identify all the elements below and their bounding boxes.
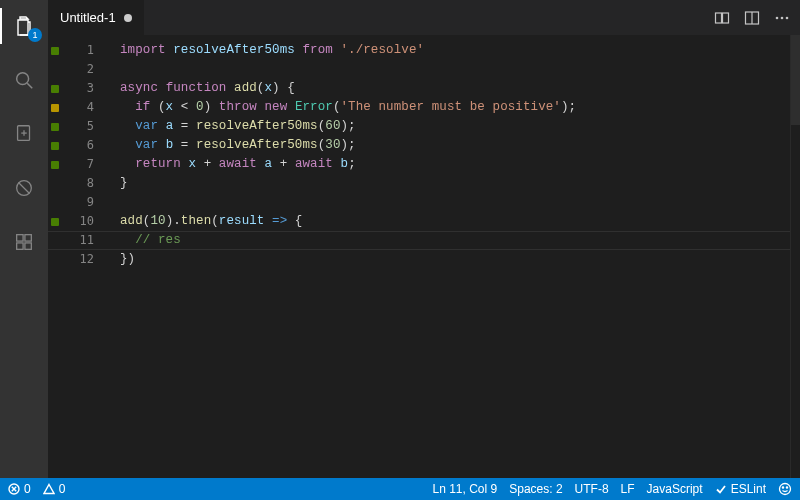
svg-point-0 — [17, 73, 29, 85]
code-content[interactable]: import resolveAfter50ms from './resolve'… — [102, 35, 790, 478]
code-line[interactable] — [120, 60, 790, 79]
debug-icon[interactable] — [0, 170, 48, 206]
code-line[interactable]: add(10).then(result => { — [120, 212, 790, 231]
svg-rect-12 — [723, 13, 729, 23]
gutter-decorations — [48, 35, 62, 478]
tab-bar: Untitled-1 — [48, 0, 800, 35]
source-control-icon[interactable] — [0, 116, 48, 152]
svg-point-22 — [782, 487, 783, 488]
code-line[interactable]: // res — [120, 231, 790, 250]
more-actions-icon[interactable] — [774, 10, 790, 26]
svg-line-1 — [27, 83, 32, 88]
svg-point-16 — [781, 16, 784, 19]
explorer-badge: 1 — [28, 28, 42, 42]
svg-point-15 — [776, 16, 779, 19]
status-errors[interactable]: 0 — [8, 482, 31, 496]
code-line[interactable]: }) — [120, 250, 790, 269]
code-line[interactable]: import resolveAfter50ms from './resolve' — [120, 41, 790, 60]
status-indent[interactable]: Spaces: 2 — [509, 482, 562, 496]
svg-point-23 — [786, 487, 787, 488]
code-editor[interactable]: 123456789101112 import resolveAfter50ms … — [48, 35, 800, 478]
dirty-indicator-icon — [124, 14, 132, 22]
code-line[interactable] — [120, 193, 790, 212]
code-line[interactable]: return x + await a + await b; — [120, 155, 790, 174]
tab-untitled-1[interactable]: Untitled-1 — [48, 0, 145, 35]
extensions-icon[interactable] — [0, 224, 48, 260]
split-editor-icon[interactable] — [744, 10, 760, 26]
warning-icon — [43, 483, 55, 495]
status-eol[interactable]: LF — [621, 482, 635, 496]
compare-changes-icon[interactable] — [714, 10, 730, 26]
status-warnings-count: 0 — [59, 482, 66, 496]
svg-rect-8 — [17, 243, 23, 249]
status-warnings[interactable]: 0 — [43, 482, 66, 496]
tab-title: Untitled-1 — [60, 10, 116, 25]
check-icon — [715, 483, 727, 495]
svg-point-21 — [780, 484, 791, 495]
svg-rect-11 — [716, 13, 722, 23]
activity-bar: 1 — [0, 0, 48, 478]
editor-group: Untitled-1 123456789101112 import resolv… — [48, 0, 800, 478]
svg-rect-9 — [25, 243, 31, 249]
editor-actions — [704, 0, 800, 35]
smiley-icon — [778, 482, 792, 496]
code-line[interactable]: if (x < 0) throw new Error('The number m… — [120, 98, 790, 117]
search-icon[interactable] — [0, 62, 48, 98]
status-eslint[interactable]: ESLint — [715, 482, 766, 496]
code-line[interactable]: async function add(x) { — [120, 79, 790, 98]
code-line[interactable]: } — [120, 174, 790, 193]
status-language[interactable]: JavaScript — [647, 482, 703, 496]
error-icon — [8, 483, 20, 495]
svg-rect-10 — [25, 235, 31, 241]
status-feedback[interactable] — [778, 482, 792, 496]
status-errors-count: 0 — [24, 482, 31, 496]
status-encoding[interactable]: UTF-8 — [575, 482, 609, 496]
line-numbers: 123456789101112 — [62, 35, 102, 478]
status-cursor[interactable]: Ln 11, Col 9 — [433, 482, 498, 496]
minimap-thumb[interactable] — [791, 35, 800, 125]
minimap[interactable] — [790, 35, 800, 478]
svg-point-17 — [786, 16, 789, 19]
code-line[interactable]: var b = resolveAfter50ms(30); — [120, 136, 790, 155]
svg-line-6 — [19, 183, 30, 194]
explorer-icon[interactable]: 1 — [0, 8, 48, 44]
svg-rect-7 — [17, 235, 23, 241]
code-line[interactable]: var a = resolveAfter50ms(60); — [120, 117, 790, 136]
status-bar: 0 0 Ln 11, Col 9 Spaces: 2 UTF-8 LF Java… — [0, 478, 800, 500]
